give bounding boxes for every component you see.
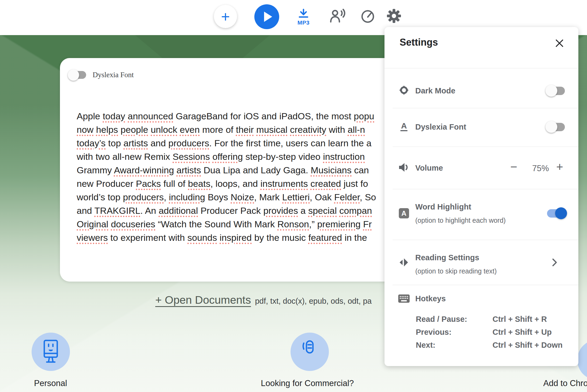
hotkey-read-pause-action: Read / Pause: <box>416 315 467 324</box>
open-documents-link[interactable]: + Open Documents <box>155 294 251 306</box>
personal-plan-button[interactable] <box>32 333 70 371</box>
speedometer-icon <box>360 9 375 24</box>
dyslexia-font-icon: A <box>398 120 410 132</box>
word-highlight-icon: A <box>398 207 410 219</box>
settings-panel: Settings Dark Mode A Dyslexia Font <box>384 27 578 366</box>
divider <box>393 285 578 285</box>
hotkeys-label: Hotkeys <box>415 294 446 303</box>
divider <box>393 108 578 108</box>
card-dyslexia-toggle[interactable] <box>69 70 86 79</box>
volume-increase-button[interactable]: + <box>556 161 563 172</box>
voice-icon <box>329 8 346 24</box>
close-icon <box>555 38 564 48</box>
voice-selection-button[interactable] <box>329 8 346 24</box>
hotkeys-icon <box>398 293 410 305</box>
word-highlight-sublabel: (option to highlight each word) <box>415 217 506 224</box>
divider <box>384 68 578 68</box>
toggle-knob <box>545 85 557 97</box>
download-icon <box>296 9 311 19</box>
personal-label[interactable]: Personal <box>34 379 67 388</box>
close-button[interactable] <box>555 38 564 48</box>
mp3-label: MP3 <box>298 19 310 26</box>
speed-button[interactable] <box>360 9 375 24</box>
hotkey-next-keys: Ctrl + Shift + Down <box>492 341 562 350</box>
add-to-chrome-label[interactable]: Add to Chro <box>543 379 587 388</box>
dyslexia-font-label: Dyslexia Font <box>415 123 466 131</box>
word-highlight-label: Word Highlight <box>415 202 471 211</box>
gear-icon <box>386 8 402 24</box>
open-documents-formats: pdf, txt, doc(x), epub, ods, odt, pa <box>255 297 372 306</box>
add-text-button[interactable]: + <box>214 5 237 28</box>
monitor-face-icon <box>40 339 61 364</box>
toggle-knob <box>545 121 557 133</box>
commercial-label[interactable]: Looking for Commercial? <box>261 379 354 388</box>
toggle-knob <box>555 207 567 219</box>
chevron-right-icon <box>551 258 559 267</box>
reading-settings-chevron[interactable] <box>549 256 561 268</box>
dark-mode-label: Dark Mode <box>415 86 455 95</box>
divider <box>393 189 578 189</box>
download-mp3-button[interactable]: MP3 <box>295 6 312 28</box>
hotkey-next-action: Next: <box>416 341 436 350</box>
microphone-icon <box>299 339 321 364</box>
hotkey-previous-keys: Ctrl + Shift + Up <box>492 328 552 337</box>
word-highlight-toggle[interactable] <box>547 208 565 218</box>
volume-icon <box>398 161 410 173</box>
settings-title: Settings <box>400 37 438 48</box>
play-icon <box>264 12 272 22</box>
volume-value: 75% <box>527 164 554 173</box>
hotkey-previous-action: Previous: <box>416 328 451 337</box>
dark-mode-toggle[interactable] <box>547 86 565 96</box>
volume-label: Volume <box>415 164 443 173</box>
settings-button[interactable] <box>386 8 402 24</box>
dyslexia-font-toggle[interactable] <box>547 122 565 132</box>
commercial-button[interactable] <box>291 333 329 371</box>
plus-icon: + <box>221 8 230 25</box>
reading-settings-sublabel: (option to skip reading text) <box>415 267 497 275</box>
toggle-knob <box>68 69 79 81</box>
reading-settings-label: Reading Settings <box>415 253 479 262</box>
divider <box>393 147 578 147</box>
play-button[interactable] <box>254 4 279 29</box>
volume-decrease-button[interactable]: − <box>510 161 517 172</box>
hotkey-read-pause-keys: Ctrl + Shift + R <box>492 315 547 324</box>
reading-settings-icon <box>398 256 410 268</box>
card-dyslexia-toggle-row: Dyslexia Font <box>69 70 134 79</box>
open-documents-row: + Open Documents pdf, txt, doc(x), epub,… <box>155 294 372 306</box>
card-dyslexia-label: Dyslexia Font <box>93 71 134 79</box>
dark-mode-icon <box>398 84 410 96</box>
divider <box>393 240 578 240</box>
